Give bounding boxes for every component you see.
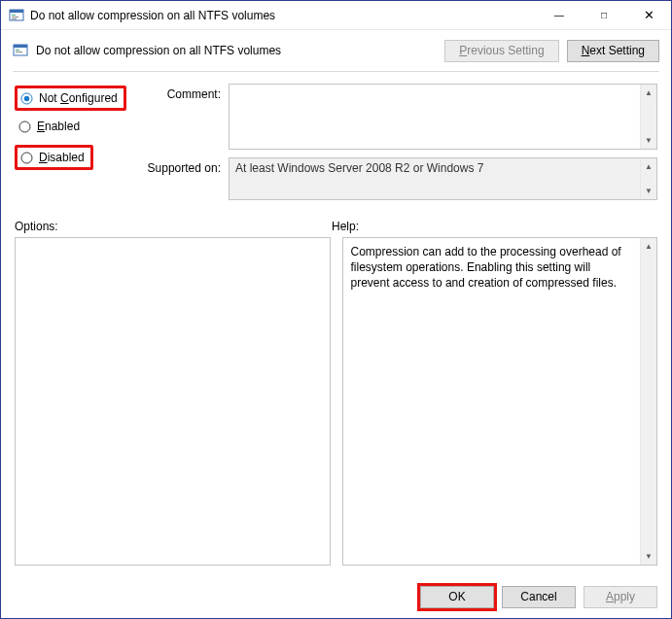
svg-rect-8 bbox=[16, 52, 22, 52]
app-icon bbox=[9, 8, 24, 23]
scroll-up-icon: ▲ bbox=[641, 238, 656, 255]
svg-point-11 bbox=[19, 121, 30, 132]
svg-rect-6 bbox=[14, 45, 27, 48]
radio-disabled-label: Disabled bbox=[39, 151, 85, 164]
options-content bbox=[16, 238, 330, 565]
help-content: Compression can add to the processing ov… bbox=[343, 238, 641, 565]
svg-rect-1 bbox=[10, 10, 23, 13]
scroll-up-icon: ▲ bbox=[641, 85, 656, 101]
panels: Compression can add to the processing ov… bbox=[15, 237, 657, 566]
options-panel bbox=[15, 237, 331, 566]
radio-enabled[interactable]: Enabled bbox=[15, 116, 141, 137]
comment-field[interactable] bbox=[230, 85, 640, 149]
comment-label: Comment: bbox=[141, 84, 229, 150]
top-area: Not Configured Enabled Disabled Comment: bbox=[15, 84, 657, 208]
apply-button: Apply bbox=[584, 586, 657, 608]
svg-point-12 bbox=[21, 153, 32, 163]
radio-disabled[interactable]: Disabled bbox=[15, 145, 93, 170]
scroll-up-icon: ▲ bbox=[641, 158, 656, 175]
window-controls: — □ ✕ bbox=[537, 1, 671, 30]
svg-rect-3 bbox=[12, 17, 18, 17]
svg-rect-4 bbox=[12, 18, 17, 19]
help-panel: Compression can add to the processing ov… bbox=[342, 237, 658, 566]
minimize-button[interactable]: — bbox=[537, 1, 582, 30]
body-area: Not Configured Enabled Disabled Comment: bbox=[1, 72, 671, 575]
svg-point-10 bbox=[24, 95, 29, 100]
svg-rect-2 bbox=[12, 15, 16, 16]
titlebar: Do not allow compression on all NTFS vol… bbox=[1, 1, 671, 30]
scroll-down-icon: ▼ bbox=[641, 548, 656, 565]
comment-row: Comment: ▲ ▼ bbox=[141, 84, 657, 150]
radio-not-configured-label: Not Configured bbox=[39, 91, 118, 105]
radio-unchecked-icon bbox=[18, 120, 31, 133]
scrollbar[interactable]: ▲ ▼ bbox=[640, 238, 656, 565]
radio-enabled-label: Enabled bbox=[37, 120, 80, 133]
scrollbar[interactable]: ▲ ▼ bbox=[640, 85, 656, 149]
previous-setting-button: Previous Setting bbox=[444, 40, 558, 62]
supported-field-wrap: At least Windows Server 2008 R2 or Windo… bbox=[229, 157, 657, 200]
radio-not-configured[interactable]: Not Configured bbox=[15, 86, 126, 111]
ok-button[interactable]: OK bbox=[420, 586, 494, 608]
dialog-footer: OK Cancel Apply bbox=[1, 575, 671, 618]
panel-labels: Options: Help: bbox=[15, 220, 657, 233]
policy-icon bbox=[13, 43, 28, 58]
supported-label: Supported on: bbox=[141, 157, 229, 200]
supported-row: Supported on: At least Windows Server 20… bbox=[141, 157, 657, 200]
header-strip: Do not allow compression on all NTFS vol… bbox=[1, 30, 671, 71]
radio-checked-icon bbox=[20, 92, 33, 105]
cancel-button[interactable]: Cancel bbox=[502, 586, 576, 608]
maximize-button[interactable]: □ bbox=[582, 1, 626, 30]
fields-column: Comment: ▲ ▼ Supported on: At least Wind… bbox=[141, 84, 657, 208]
close-button[interactable]: ✕ bbox=[626, 1, 671, 30]
scroll-down-icon: ▼ bbox=[641, 132, 656, 149]
svg-rect-7 bbox=[16, 50, 19, 51]
state-radio-group: Not Configured Enabled Disabled bbox=[15, 84, 141, 208]
window-title: Do not allow compression on all NTFS vol… bbox=[30, 9, 537, 22]
radio-unchecked-icon bbox=[20, 152, 33, 164]
comment-field-wrap: ▲ ▼ bbox=[229, 84, 657, 150]
help-label: Help: bbox=[332, 220, 359, 233]
policy-title: Do not allow compression on all NTFS vol… bbox=[36, 44, 437, 57]
scroll-down-icon: ▼ bbox=[641, 183, 656, 199]
options-label: Options: bbox=[15, 220, 332, 233]
next-setting-button[interactable]: Next Setting bbox=[567, 40, 659, 62]
scrollbar[interactable]: ▲ ▼ bbox=[640, 158, 656, 199]
supported-field: At least Windows Server 2008 R2 or Windo… bbox=[230, 158, 640, 199]
